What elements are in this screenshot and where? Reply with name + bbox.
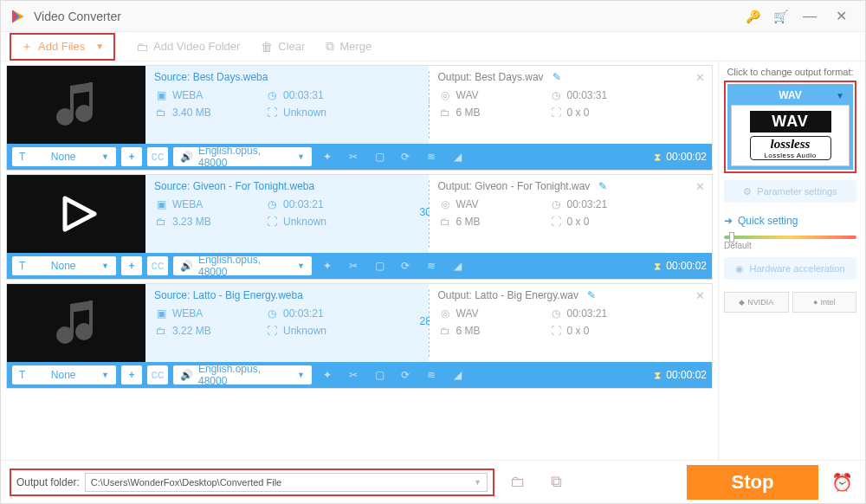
effects-button[interactable]: ✦ bbox=[317, 147, 338, 166]
text-track-select[interactable]: TNone▼ bbox=[12, 256, 116, 275]
card-icon[interactable]: ⧉ bbox=[541, 469, 571, 495]
audio-track-select[interactable]: 🔊English.opus, 48000▼ bbox=[173, 147, 312, 166]
item-controls: TNone▼ + CC 🔊English.opus, 48000▼ ✦ ✂ ▢ … bbox=[7, 253, 712, 279]
folder-icon: 🗀 bbox=[438, 324, 452, 338]
add-folder-button[interactable]: 🗀 Add Video Folder bbox=[136, 40, 240, 54]
dropdown-icon: ▼ bbox=[95, 42, 104, 51]
cc-button[interactable]: CC bbox=[147, 256, 168, 275]
titlebar: Video Converter 🔑 🛒 — ✕ bbox=[1, 1, 865, 32]
folder-icon: 🗀 bbox=[438, 106, 452, 120]
disc-icon: ◎ bbox=[438, 197, 452, 211]
conversion-item: Source: Latto - Big Energy.weba ▣WEBA ◷0… bbox=[6, 283, 713, 389]
clear-button[interactable]: 🗑 Clear bbox=[261, 40, 305, 54]
add-files-button[interactable]: ＋ Add Files ▼ bbox=[12, 36, 113, 58]
parameter-settings-button[interactable]: ⚙ Parameter settings bbox=[724, 180, 856, 203]
output-folder-highlight: Output folder: C:\Users\WonderFox\Deskto… bbox=[10, 468, 494, 496]
arrow-icon: ➜ bbox=[724, 215, 733, 227]
thumbnail[interactable] bbox=[7, 284, 145, 362]
hardware-accel-button[interactable]: ◉ Hardware acceleration bbox=[724, 257, 856, 280]
cc-button[interactable]: CC bbox=[147, 365, 168, 384]
dropdown-icon: ▼ bbox=[474, 478, 481, 487]
add-text-button[interactable]: + bbox=[121, 147, 142, 166]
close-button[interactable]: ✕ bbox=[825, 8, 856, 24]
footer: Output folder: C:\Users\WonderFox\Deskto… bbox=[1, 460, 865, 503]
filter-button[interactable]: ◢ bbox=[447, 147, 468, 166]
svg-point-6 bbox=[56, 108, 74, 126]
slider-knob[interactable] bbox=[729, 232, 734, 242]
output-label: Output: Best Days.wav bbox=[438, 71, 544, 83]
rotate-button[interactable]: ⟳ bbox=[395, 256, 416, 275]
merge-button[interactable]: ⧉ Merge bbox=[326, 39, 372, 54]
lossless-badge: lossless Lossless Audio bbox=[750, 136, 831, 160]
conversion-item: Source: Best Days.weba ▣WEBA ◷00:03:31 🗀… bbox=[6, 65, 713, 171]
add-text-button[interactable]: + bbox=[121, 365, 142, 384]
remove-item-button[interactable]: ✕ bbox=[695, 289, 705, 302]
cart-icon[interactable]: 🛒 bbox=[770, 10, 791, 23]
quick-setting-label: ➜ Quick setting bbox=[724, 215, 856, 227]
key-icon[interactable]: 🔑 bbox=[742, 10, 763, 23]
text-track-select[interactable]: TNone▼ bbox=[12, 365, 116, 384]
output-label: Output: Giveon - For Tonight.wav bbox=[438, 180, 591, 192]
effects-button[interactable]: ✦ bbox=[317, 365, 338, 384]
alarm-icon[interactable]: ⏰ bbox=[827, 472, 856, 493]
output-folder-label: Output folder: bbox=[16, 476, 80, 488]
minimize-button[interactable]: — bbox=[794, 9, 825, 24]
edit-output-button[interactable]: ✎ bbox=[587, 289, 596, 301]
source-panel: Source: Best Days.weba ▣WEBA ◷00:03:31 🗀… bbox=[145, 66, 429, 144]
size-icon: ⛶ bbox=[549, 215, 563, 229]
output-folder-input[interactable]: C:\Users\WonderFox\Desktop\Converted Fil… bbox=[85, 473, 488, 492]
add-text-button[interactable]: + bbox=[121, 256, 142, 275]
cut-button[interactable]: ✂ bbox=[343, 147, 364, 166]
watermark-button[interactable]: ≋ bbox=[421, 365, 442, 384]
cc-button[interactable]: CC bbox=[147, 147, 168, 166]
filter-button[interactable]: ◢ bbox=[447, 365, 468, 384]
size-icon: ⛶ bbox=[265, 106, 279, 120]
edit-output-button[interactable]: ✎ bbox=[553, 71, 561, 83]
stop-button[interactable]: Stop bbox=[687, 465, 818, 500]
hourglass-icon: ⧗ bbox=[654, 151, 661, 163]
audio-track-select[interactable]: 🔊English.opus, 48000▼ bbox=[173, 365, 312, 384]
folder-icon: 🗀 bbox=[154, 106, 168, 120]
crop-button[interactable]: ▢ bbox=[369, 147, 390, 166]
watermark-button[interactable]: ≋ bbox=[421, 147, 442, 166]
size-icon: ⛶ bbox=[549, 324, 563, 338]
window-title: Video Converter bbox=[34, 10, 739, 23]
remove-item-button[interactable]: ✕ bbox=[695, 180, 705, 193]
size-icon: ⛶ bbox=[265, 324, 279, 338]
video-icon: ▣ bbox=[154, 197, 168, 211]
cut-button[interactable]: ✂ bbox=[343, 256, 364, 275]
clock-icon: ◷ bbox=[265, 307, 279, 320]
add-files-highlight: ＋ Add Files ▼ bbox=[10, 33, 115, 61]
remove-item-button[interactable]: ✕ bbox=[695, 71, 705, 84]
folder-icon: 🗀 bbox=[154, 324, 168, 338]
nvidia-chip[interactable]: ◆NVIDIA bbox=[724, 292, 789, 313]
output-format-selector[interactable]: WAV ▼ WAV lossless Lossless Audio bbox=[727, 84, 853, 170]
audio-track-select[interactable]: 🔊English.opus, 48000▼ bbox=[173, 256, 312, 275]
open-folder-button[interactable]: 🗀 bbox=[503, 469, 533, 495]
rotate-button[interactable]: ⟳ bbox=[395, 365, 416, 384]
toolbar: ＋ Add Files ▼ 🗀 Add Video Folder 🗑 Clear… bbox=[1, 32, 865, 61]
effects-button[interactable]: ✦ bbox=[317, 256, 338, 275]
svg-marker-8 bbox=[65, 198, 94, 229]
thumbnail[interactable] bbox=[7, 66, 145, 144]
source-label: Source: Best Days.weba bbox=[154, 71, 268, 83]
clock-icon: ◷ bbox=[549, 197, 563, 211]
size-icon: ⛶ bbox=[549, 106, 563, 120]
elapsed-timer: ⧗00:00:02 bbox=[654, 369, 707, 381]
hourglass-icon: ⧗ bbox=[654, 260, 661, 272]
rotate-button[interactable]: ⟳ bbox=[395, 147, 416, 166]
source-panel: Source: Latto - Big Energy.weba ▣WEBA ◷0… bbox=[145, 284, 429, 362]
cut-button[interactable]: ✂ bbox=[343, 365, 364, 384]
filter-button[interactable]: ◢ bbox=[447, 256, 468, 275]
intel-chip[interactable]: ●Intel bbox=[792, 292, 857, 313]
svg-point-12 bbox=[56, 326, 74, 344]
edit-output-button[interactable]: ✎ bbox=[598, 180, 607, 192]
quality-slider[interactable] bbox=[724, 236, 856, 239]
thumbnail[interactable] bbox=[7, 175, 145, 253]
source-label: Source: Latto - Big Energy.weba bbox=[154, 289, 303, 301]
crop-button[interactable]: ▢ bbox=[369, 365, 390, 384]
merge-label: Merge bbox=[339, 40, 372, 53]
crop-button[interactable]: ▢ bbox=[369, 256, 390, 275]
text-track-select[interactable]: TNone▼ bbox=[12, 147, 116, 166]
watermark-button[interactable]: ≋ bbox=[421, 256, 442, 275]
